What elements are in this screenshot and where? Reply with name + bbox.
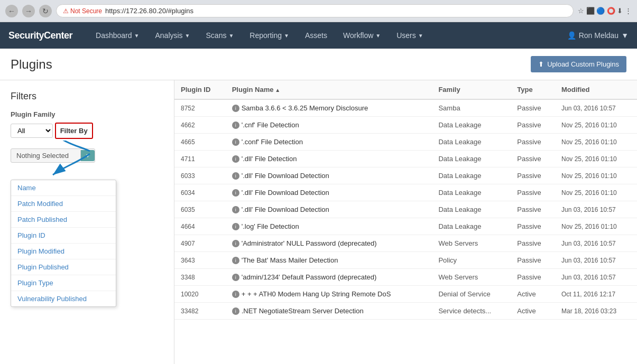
- dropdown-item-plugin-modified[interactable]: Plugin Modified: [11, 244, 116, 259]
- page-header: Plugins ⬆ Upload Custom Plugins: [0, 49, 637, 80]
- info-icon[interactable]: i: [232, 223, 239, 230]
- cell-plugin-name[interactable]: i '.dll' File Detection: [226, 151, 432, 167]
- cell-family: Data Leakage: [432, 151, 511, 167]
- cell-plugin-name[interactable]: i '.cnf' File Detection: [226, 117, 432, 134]
- info-icon[interactable]: i: [232, 206, 239, 213]
- nav-user[interactable]: 👤 Ron Meldau ▼: [567, 31, 629, 40]
- nav-item-assets[interactable]: Assets: [298, 22, 335, 49]
- cell-type: Passive: [511, 99, 555, 117]
- cell-plugin-id: 8752: [174, 99, 226, 117]
- info-icon[interactable]: i: [232, 291, 239, 298]
- cell-type: Passive: [511, 218, 555, 235]
- info-icon[interactable]: i: [232, 138, 239, 146]
- cell-modified: Jun 03, 2016 10:57: [555, 201, 637, 218]
- cell-type: Passive: [511, 252, 555, 269]
- brand-logo[interactable]: SecurityCenter: [8, 30, 72, 41]
- url-text: https://172.26.80.20/#plugins: [105, 7, 193, 15]
- table-row[interactable]: 4662 i '.cnf' File Detection Data Leakag…: [174, 117, 637, 134]
- col-type: Type: [511, 80, 555, 99]
- cell-modified: Nov 25, 2016 01:10: [555, 151, 637, 167]
- info-icon[interactable]: i: [232, 257, 239, 264]
- cell-plugin-name[interactable]: i '.dll' File Download Detection: [226, 201, 432, 218]
- info-icon[interactable]: i: [232, 274, 239, 281]
- info-icon[interactable]: i: [232, 189, 239, 197]
- plugin-family-label: Plugin Family: [11, 110, 163, 118]
- cell-plugin-id: 4662: [174, 117, 226, 134]
- user-caret-icon: ▼: [621, 31, 629, 40]
- cell-plugin-name[interactable]: i '.dll' File Download Detection: [226, 184, 432, 201]
- cell-type: Active: [511, 303, 555, 320]
- filter-by-dropdown-trigger[interactable]: Nothing Selected ▼: [11, 148, 95, 163]
- table-row[interactable]: 4665 i '.conf' File Detection Data Leaka…: [174, 134, 637, 151]
- cell-plugin-name[interactable]: i 'admin/1234' Default Password (depreca…: [226, 269, 432, 286]
- cell-plugin-name[interactable]: i '.log' File Detection: [226, 218, 432, 235]
- info-icon[interactable]: i: [232, 105, 239, 112]
- browser-icons: ☆ ⬛ 🔵 ⭕ ⬇ ⋮: [578, 7, 632, 15]
- upload-icon: ⬆: [538, 60, 544, 68]
- nav-item-reporting[interactable]: Reporting ▼: [242, 22, 297, 49]
- dropdown-item-plugin-id[interactable]: Plugin ID: [11, 228, 116, 244]
- cell-plugin-name[interactable]: i '.dll' File Download Detection: [226, 167, 432, 184]
- cell-plugin-id: 10020: [174, 286, 226, 303]
- filter-by-label: Filter By: [60, 127, 88, 135]
- nav-item-users[interactable]: Users ▼: [389, 22, 430, 49]
- upload-custom-plugins-button[interactable]: ⬆ Upload Custom Plugins: [531, 56, 626, 72]
- cell-family: Data Leakage: [432, 184, 511, 201]
- dropdown-item-patch-modified[interactable]: Patch Modified: [11, 196, 116, 212]
- nav-item-scans[interactable]: Scans ▼: [199, 22, 242, 49]
- nav-item-dashboard[interactable]: Dashboard ▼: [88, 22, 146, 49]
- cell-plugin-name[interactable]: i + + + ATH0 Modem Hang Up String Remote…: [226, 286, 432, 303]
- cell-plugin-name[interactable]: i '.conf' File Detection: [226, 134, 432, 151]
- forward-button[interactable]: →: [22, 5, 35, 17]
- dashboard-caret-icon: ▼: [134, 33, 140, 39]
- cell-family: Service detects...: [432, 303, 511, 320]
- refresh-button[interactable]: ↻: [39, 5, 52, 17]
- table-row[interactable]: 3348 i 'admin/1234' Default Password (de…: [174, 269, 637, 286]
- cell-family: Data Leakage: [432, 167, 511, 184]
- dropdown-item-name[interactable]: Name: [11, 180, 116, 196]
- dropdown-item-plugin-published[interactable]: Plugin Published: [11, 259, 116, 275]
- cell-plugin-name[interactable]: i .NET NegotiateStream Server Detection: [226, 303, 432, 320]
- cell-modified: Nov 25, 2016 01:10: [555, 218, 637, 235]
- table-row[interactable]: 4664 i '.log' File Detection Data Leakag…: [174, 218, 637, 235]
- plugin-family-select[interactable]: All: [11, 124, 53, 138]
- dropdown-arrow-icon: ▼: [80, 150, 95, 161]
- info-icon[interactable]: i: [232, 172, 239, 180]
- cell-plugin-id: 6034: [174, 184, 226, 201]
- info-icon[interactable]: i: [232, 122, 239, 129]
- table-row[interactable]: 8752 i Samba 3.6.6 < 3.6.25 Memory Discl…: [174, 99, 637, 117]
- dropdown-item-patch-published[interactable]: Patch Published: [11, 212, 116, 228]
- table-row[interactable]: 4711 i '.dll' File Detection Data Leakag…: [174, 151, 637, 167]
- analysis-caret-icon: ▼: [185, 33, 190, 39]
- table-row[interactable]: 6033 i '.dll' File Download Detection Da…: [174, 167, 637, 184]
- nav-item-analysis[interactable]: Analysis ▼: [147, 22, 197, 49]
- table-row[interactable]: 3643 i 'The Bat' Mass Mailer Detection P…: [174, 252, 637, 269]
- dropdown-item-plugin-type[interactable]: Plugin Type: [11, 275, 116, 291]
- cell-plugin-id: 3643: [174, 252, 226, 269]
- cell-plugin-name[interactable]: i Samba 3.6.6 < 3.6.25 Memory Disclosure: [226, 99, 432, 117]
- table-row[interactable]: 6034 i '.dll' File Download Detection Da…: [174, 184, 637, 201]
- address-bar[interactable]: ⚠ Not Secure https://172.26.80.20/#plugi…: [56, 4, 574, 17]
- table-area: Plugin ID Plugin Name Family Type Modifi…: [174, 80, 637, 364]
- info-icon[interactable]: i: [232, 240, 239, 247]
- cell-plugin-name[interactable]: i 'Administrator' NULL Password (depreca…: [226, 235, 432, 252]
- cell-plugin-id: 33482: [174, 303, 226, 320]
- info-icon[interactable]: i: [232, 155, 239, 163]
- cell-family: Data Leakage: [432, 134, 511, 151]
- col-plugin-name[interactable]: Plugin Name: [226, 80, 432, 99]
- cell-type: Passive: [511, 184, 555, 201]
- table-row[interactable]: 6035 i '.dll' File Download Detection Da…: [174, 201, 637, 218]
- table-row[interactable]: 4907 i 'Administrator' NULL Password (de…: [174, 235, 637, 252]
- dropdown-item-vulnerability-published[interactable]: Vulnerability Published: [11, 291, 116, 306]
- nav-item-workflow[interactable]: Workflow ▼: [336, 22, 388, 49]
- cell-family: Denial of Service: [432, 286, 511, 303]
- cell-plugin-name[interactable]: i 'The Bat' Mass Mailer Detection: [226, 252, 432, 269]
- reporting-caret-icon: ▼: [284, 33, 289, 39]
- cell-family: Data Leakage: [432, 218, 511, 235]
- info-icon[interactable]: i: [232, 307, 239, 315]
- table-row[interactable]: 33482 i .NET NegotiateStream Server Dete…: [174, 303, 637, 320]
- table-row[interactable]: 10020 i + + + ATH0 Modem Hang Up String …: [174, 286, 637, 303]
- col-plugin-id[interactable]: Plugin ID: [174, 80, 226, 99]
- cell-plugin-id: 3348: [174, 269, 226, 286]
- back-button[interactable]: ←: [5, 5, 18, 17]
